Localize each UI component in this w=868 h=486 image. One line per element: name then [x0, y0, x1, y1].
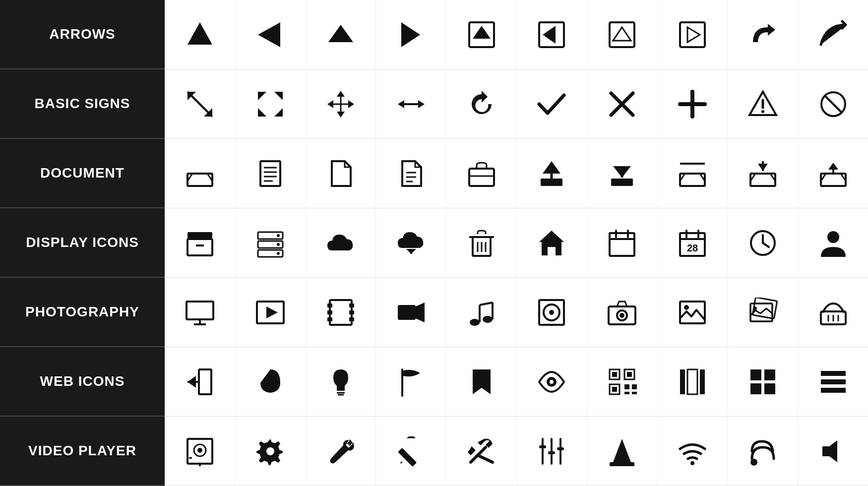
svg-marker-1 [258, 22, 280, 47]
flag-icon[interactable] [375, 347, 446, 417]
svg-rect-173 [548, 451, 555, 454]
download-document-icon[interactable] [587, 139, 657, 208]
svg-rect-80 [610, 233, 634, 256]
svg-point-115 [549, 310, 554, 315]
svg-rect-156 [821, 388, 846, 393]
pencil-icon[interactable] [375, 417, 446, 486]
svg-rect-46 [469, 169, 494, 186]
film-strip-icon[interactable] [306, 278, 376, 347]
cloud-upload-icon[interactable] [375, 208, 446, 278]
arrow-right-icon[interactable] [235, 0, 306, 69]
svg-line-36 [824, 95, 842, 113]
svg-rect-119 [680, 302, 705, 323]
clock-icon[interactable] [727, 208, 798, 278]
traffic-cone-icon[interactable] [587, 417, 657, 486]
category-document: DOCUMENT [0, 139, 165, 208]
archive-box-icon[interactable] [165, 208, 235, 278]
music-note-icon[interactable] [446, 278, 516, 347]
wifi-icon[interactable] [657, 417, 728, 486]
document-text-icon[interactable] [375, 139, 446, 208]
arrow-turn-right-icon[interactable] [727, 0, 798, 69]
server-rack-icon[interactable] [235, 208, 306, 278]
video-camera-icon[interactable] [375, 278, 446, 347]
box-arrow-right-icon[interactable] [516, 0, 587, 69]
grid-4-icon[interactable] [727, 347, 798, 417]
collapse-arrows-icon[interactable] [165, 69, 235, 139]
share-arrow-icon[interactable] [798, 0, 868, 69]
box-play-right-icon[interactable] [657, 0, 728, 69]
box-arrow-up-icon[interactable] [446, 0, 516, 69]
document-blank-icon[interactable] [306, 139, 376, 208]
calendar-28-icon[interactable]: 28 [657, 208, 728, 278]
box-chevron-up-icon[interactable] [587, 0, 657, 69]
photo-stack-icon[interactable] [727, 278, 798, 347]
svg-rect-63 [187, 239, 212, 255]
equalizer-icon[interactable] [516, 417, 587, 486]
person-icon[interactable] [798, 208, 868, 278]
close-x-icon[interactable] [587, 69, 657, 139]
svg-rect-138 [612, 372, 617, 377]
svg-line-168 [478, 455, 493, 462]
svg-marker-26 [418, 100, 425, 108]
refresh-icon[interactable] [446, 69, 516, 139]
qr-grid-icon[interactable] [587, 347, 657, 417]
svg-line-91 [763, 243, 769, 247]
svg-rect-155 [821, 379, 846, 384]
svg-rect-79 [548, 247, 556, 255]
no-entry-icon[interactable] [798, 69, 868, 139]
briefcase-icon[interactable] [446, 139, 516, 208]
category-web-icons: WEB ICONS [0, 347, 165, 417]
svg-marker-15 [258, 92, 266, 100]
checkmark-icon[interactable] [516, 69, 587, 139]
video-play-icon[interactable] [235, 278, 306, 347]
calendar-blank-icon[interactable] [587, 208, 657, 278]
cloud-icon[interactable] [306, 208, 376, 278]
document-list-icon[interactable] [235, 139, 306, 208]
svg-marker-20 [337, 112, 345, 118]
inbox-tray-icon[interactable] [165, 139, 235, 208]
svg-rect-38 [260, 161, 280, 186]
move-arrows-icon[interactable] [306, 69, 376, 139]
monitor-icon[interactable] [165, 278, 235, 347]
speaker-icon[interactable] [798, 417, 868, 486]
svg-line-112 [480, 303, 493, 305]
inbox-out-icon[interactable] [798, 139, 868, 208]
tools-icon[interactable] [446, 417, 516, 486]
water-drop-icon[interactable] [235, 347, 306, 417]
inbox-in-icon[interactable] [657, 139, 728, 208]
disc-icon[interactable] [516, 278, 587, 347]
bookmark-icon[interactable] [446, 347, 516, 417]
safe-box-icon[interactable] [165, 417, 235, 486]
gear-icon[interactable] [235, 417, 306, 486]
basket-icon[interactable] [798, 278, 868, 347]
chevron-right-icon[interactable] [375, 0, 446, 69]
trash-can-icon[interactable] [446, 208, 516, 278]
list-view-icon[interactable] [798, 347, 868, 417]
svg-marker-16 [274, 92, 283, 100]
rss-icon[interactable] [727, 417, 798, 486]
login-icon[interactable] [165, 347, 235, 417]
image-icon[interactable] [657, 278, 728, 347]
svg-text:28: 28 [687, 243, 698, 253]
chevron-up-icon[interactable] [306, 0, 376, 69]
svg-marker-60 [828, 163, 838, 170]
svg-marker-3 [401, 22, 420, 47]
svg-marker-19 [337, 91, 345, 97]
svg-point-124 [753, 306, 757, 310]
plus-icon[interactable] [657, 69, 728, 139]
wrench-icon[interactable] [306, 417, 376, 486]
filmstrip-view-icon[interactable] [657, 347, 728, 417]
svg-rect-152 [750, 383, 761, 394]
inbox-down-icon[interactable] [727, 139, 798, 208]
expand-arrows-icon[interactable] [235, 69, 306, 139]
horizontal-arrows-icon[interactable] [375, 69, 446, 139]
camera-icon[interactable] [587, 278, 657, 347]
svg-rect-51 [611, 179, 633, 186]
lightbulb-icon[interactable] [306, 347, 376, 417]
eye-icon[interactable] [516, 347, 587, 417]
warning-triangle-icon[interactable] [727, 69, 798, 139]
home-icon[interactable] [516, 208, 587, 278]
upload-document-icon[interactable] [516, 139, 587, 208]
svg-marker-175 [613, 439, 631, 462]
arrow-up-icon[interactable] [165, 0, 235, 69]
